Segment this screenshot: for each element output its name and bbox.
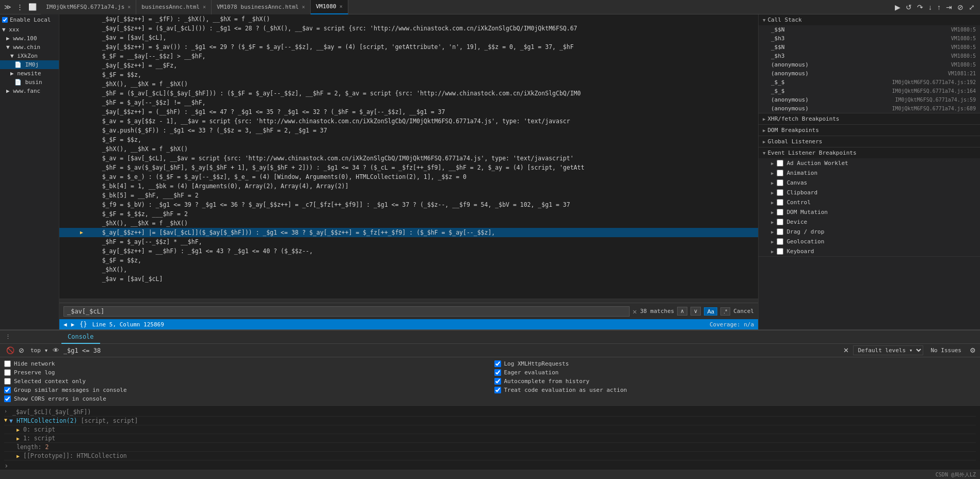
maximize-button[interactable]: ⤢ (968, 2, 976, 12)
opt-r-checkbox-3[interactable] (494, 387, 501, 393)
more-icon[interactable]: ⋮ (14, 2, 25, 12)
event-checkbox-0[interactable] (777, 160, 783, 167)
opt-r-checkbox-1[interactable] (494, 369, 501, 376)
code-line-8[interactable]: _$hF = ($_av[_$cL]($_$ay[_$hF])) : ($_$F… (59, 89, 758, 98)
code-line-23[interactable]: ▶ $_ay[_$$z++] |= [$av[_$cL]]($_$ay[$_$h… (59, 228, 758, 237)
event-checkbox-7[interactable] (777, 228, 783, 235)
code-line-16[interactable]: _$hF = $_av($_$ay[_$hF], $_ay[$_$hF + 1]… (59, 163, 758, 172)
event-checkbox-1[interactable] (777, 170, 783, 176)
event-checkbox-2[interactable] (777, 179, 783, 186)
code-line-27[interactable]: _$hX(), (59, 265, 758, 274)
file-tree-newsite[interactable]: ▶ newsite (0, 69, 59, 78)
event-checkbox-8[interactable] (777, 238, 783, 245)
tab-close-3[interactable]: × (302, 4, 305, 10)
call-stack-row-2[interactable]: _$$NVM1080:5 (759, 43, 980, 52)
console-option-right-2[interactable]: Autocomplete from history (494, 377, 976, 386)
search-clear-button[interactable]: ✕ (633, 307, 637, 316)
file-tree-wwwfanc[interactable]: ▶ www.fanc (0, 87, 59, 95)
console-option-right-3[interactable]: Treat code evaluation as user action (494, 386, 976, 394)
code-line-3[interactable]: _$ay[_$$z++] = $_av()) : _$g1 <= 29 ? ($… (59, 42, 758, 52)
sources-panel-icon[interactable]: ⬜ (26, 2, 39, 12)
step-over-button[interactable]: ↷ (916, 2, 924, 12)
tab-close-4[interactable]: × (340, 4, 343, 9)
event-item-1[interactable]: ▶ Animation (759, 168, 980, 178)
call-stack-row-5[interactable]: (anonymous)VM1081:21 (759, 69, 980, 78)
event-checkbox-5[interactable] (777, 209, 783, 216)
opt-r-checkbox-0[interactable] (494, 360, 501, 367)
code-line-11[interactable]: $_av = $_ay[$$z - 1], __$av = script {sr… (59, 117, 758, 126)
call-stack-row-4[interactable]: (anonymous)VM1080:5 (759, 60, 980, 69)
search-input[interactable] (63, 306, 630, 317)
xhr-breakpoints-header[interactable]: ▶ XHR/fetch Breakpoints (759, 113, 980, 124)
file-tree-wwwchin[interactable]: ▼ www.chin (0, 43, 59, 52)
search-prev-button[interactable]: ∧ (677, 307, 687, 316)
event-item-2[interactable]: ▶ Canvas (759, 178, 980, 188)
proto-expand[interactable]: ▶ (17, 453, 20, 459)
code-line-22[interactable]: _$hX(), __$hX = f _$hX() (59, 219, 758, 228)
console-option-left-3[interactable]: Group similar messages in console (4, 386, 486, 394)
code-line-12[interactable]: $_av.push($_$F)) : _$g1 <= 33 ? (_$$z = … (59, 126, 758, 135)
call-stack-row-9[interactable]: (anonymous)IM0jQktM6FSQ.6771a74.js:689 (759, 104, 980, 113)
tab-close-2[interactable]: × (203, 4, 206, 10)
tab-item-2[interactable]: businessAnnc.html × (136, 0, 212, 14)
event-item-3[interactable]: ▶ Clipboard (759, 188, 980, 197)
step-out-button[interactable]: ↑ (936, 2, 942, 12)
opt-checkbox-2[interactable] (4, 378, 11, 385)
event-item-4[interactable]: ▶ Control (759, 197, 980, 207)
console-option-right-0[interactable]: Log XMLHttpRequests (494, 359, 976, 368)
dom-breakpoints-header[interactable]: ▶ DOM Breakpoints (759, 125, 980, 136)
code-line-2[interactable]: _$av = [$av[_$cL], (59, 33, 758, 42)
filter-button[interactable]: ⊘ (18, 345, 25, 355)
console-option-right-1[interactable]: Eager evaluation (494, 368, 976, 377)
call-stack-header[interactable]: ▼ Call Stack (759, 14, 980, 25)
child-1-expand[interactable]: ▶ (17, 436, 20, 441)
search-cancel-button[interactable]: Cancel (733, 308, 754, 315)
console-tab[interactable]: Console (61, 331, 100, 344)
opt-r-checkbox-2[interactable] (494, 378, 501, 385)
expand-left-icon[interactable]: ◀ (63, 321, 67, 328)
code-line-1[interactable]: _$ay[_$$z++] = ($_av[_$cL]()) : _$g1 <= … (59, 24, 758, 33)
file-tree-busin[interactable]: 📄 busin (0, 78, 59, 87)
context-dropdown[interactable]: ▾ (44, 346, 49, 354)
tab-item-1[interactable]: IM0jQktM6FSQ.6771a74.js × (41, 0, 136, 14)
code-line-10[interactable]: _$ay[_$$z++] = (__$hF) : _$g1 <= 47 ? _$… (59, 107, 758, 117)
call-stack-row-1[interactable]: _$h3VM1080:5 (759, 34, 980, 43)
refresh-button[interactable]: ↺ (905, 2, 913, 12)
search-regex-button[interactable]: .* (720, 307, 730, 316)
event-item-8[interactable]: ▶ Geolocation (759, 237, 980, 246)
tab-item-3[interactable]: VM1078 businessAnnc.html × (212, 0, 311, 14)
pause-button[interactable]: ▶ (894, 2, 902, 12)
code-line-4[interactable]: $_$F = __$ay[--_$$z] > __$hF, (59, 52, 758, 61)
tab-item-4[interactable]: VM1080 × (311, 0, 348, 14)
search-next-button[interactable]: ∨ (690, 307, 701, 316)
event-item-0[interactable]: ▶ Ad Auction Worklet (759, 158, 980, 168)
call-stack-row-0[interactable]: _$$NVM1080:5 (759, 25, 980, 34)
bottom-expand-icon[interactable]: ⋮ (4, 333, 12, 341)
console-option-left-4[interactable]: Show CORS errors in console (4, 394, 486, 403)
enable-local-row[interactable]: Enable Local (0, 14, 59, 25)
event-item-6[interactable]: ▶ Device (759, 217, 980, 227)
horizontal-scrollbar[interactable] (59, 299, 758, 303)
code-line-18[interactable]: $_bk[4] = 1, __$bk = (4) [Arguments(0), … (59, 181, 758, 191)
console-option-left-1[interactable]: Preserve log (4, 368, 486, 377)
console-input[interactable] (63, 347, 840, 354)
code-line-24[interactable]: _$hF = $_ay[--_$$z] * __$hF, (59, 237, 758, 246)
opt-checkbox-4[interactable] (4, 395, 11, 402)
code-line-20[interactable]: $_f9 = $_bV) : _$g1 <= 39 ? _$g1 <= 36 ?… (59, 200, 758, 209)
code-line-25[interactable]: $_ay[_$$z++] = __$hF) : _$g1 <= 43 ? _$g… (59, 246, 758, 256)
result-expand[interactable]: ▼ (4, 417, 7, 423)
tab-close-1[interactable]: × (127, 4, 131, 10)
code-line-7[interactable]: _$hX(), __$hX = f _$hX() (59, 79, 758, 89)
opt-checkbox-0[interactable] (4, 360, 11, 367)
console-option-left-0[interactable]: Hide network (4, 359, 486, 368)
file-tree-im0j[interactable]: 📄 IM0j (0, 60, 59, 69)
file-tree-ixkzon[interactable]: ▼ iXkZon (0, 52, 59, 60)
event-checkbox-6[interactable] (777, 219, 783, 225)
event-item-7[interactable]: ▶ Drag / drop (759, 227, 980, 237)
file-tree-www100[interactable]: ▶ www.100 (0, 34, 59, 43)
expand-right-icon[interactable]: ▶ (71, 321, 75, 328)
call-stack-row-8[interactable]: (anonymous)IM0jQktM6FSQ.6771a74.js:59 (759, 95, 980, 104)
file-tree-xxx[interactable]: ▼ xxx (0, 25, 59, 34)
code-line-9[interactable]: _$hF = $_ay[--_$$z] != __$hF, (59, 98, 758, 107)
code-line-28[interactable]: _$av = [$av[_$cL] (59, 274, 758, 284)
